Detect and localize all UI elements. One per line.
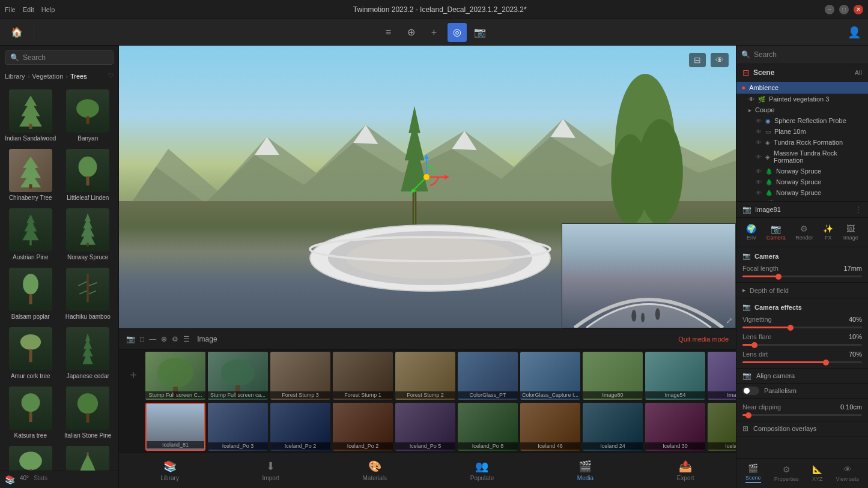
media-thumb[interactable]: Iceland 24 (583, 403, 643, 451)
nav-materials[interactable]: 🎨 Materials (356, 457, 395, 484)
media-thumb[interactable]: Iceland_Po 8 (458, 403, 518, 451)
right-nav-scene[interactable]: 🎬 Scene (745, 463, 761, 483)
media-icon-2[interactable]: □ (140, 335, 144, 343)
breadcrumb-library[interactable]: Library (5, 73, 25, 80)
list-item[interactable]: Chinaberry Tree (2, 145, 59, 203)
list-item[interactable]: Banyan (60, 86, 117, 144)
media-thumb[interactable]: Stump Full screen C... (145, 352, 205, 400)
media-thumb[interactable]: Iceland_Po 2 (270, 403, 330, 451)
lens-flare-thumb[interactable] (751, 342, 757, 348)
list-item[interactable]: Amur cork tree (2, 324, 59, 382)
media-thumb-selected[interactable]: Iceland_81 (145, 403, 205, 451)
media-thumb[interactable]: Image80 (583, 352, 643, 400)
media-thumb[interactable]: Iceland_Po 3 (208, 403, 268, 451)
list-item[interactable]: Italian Stone Pine (60, 383, 117, 441)
tab-image[interactable]: 🖼 Image (840, 221, 862, 243)
media-thumb[interactable]: Image54 (645, 352, 705, 400)
eye-icon[interactable]: 👁 (711, 53, 729, 67)
scene-item-norway-spruce-2[interactable]: 👁 🌲 Norway Spruce (736, 176, 868, 187)
scene-item-norway-spruce-1[interactable]: 👁 🌲 Norway Spruce (736, 166, 868, 176)
tab-camera[interactable]: 📷 Camera (763, 221, 789, 243)
menu-edit[interactable]: Edit (23, 6, 34, 13)
nav-populate[interactable]: 👥 Populate (463, 457, 501, 484)
stats-icon[interactable]: 40° (20, 475, 29, 484)
media-thumb[interactable]: Forest Stump 2 (395, 352, 455, 400)
favorite-button[interactable]: ♡ (108, 72, 114, 80)
media-icon-4[interactable]: ⊕ (161, 335, 167, 343)
list-item[interactable]: Indian Sandalwood (2, 86, 59, 144)
list-item[interactable]: Katsura tree (2, 383, 59, 441)
media-icon-1[interactable]: 📷 (126, 335, 135, 343)
quit-media-button[interactable]: Quit media mode (678, 336, 729, 343)
viewport[interactable]: ⊟ 👁 ⤢ (119, 46, 736, 328)
media-thumb[interactable]: Iceland_Po 2 (333, 403, 393, 451)
link-icon[interactable]: ⊕ (402, 23, 421, 42)
breadcrumb-vegetation[interactable]: Vegetation (32, 73, 63, 80)
scene-item-coupe[interactable]: ▸ Coupe (736, 104, 868, 115)
tab-render[interactable]: ⚙ Render (792, 221, 817, 243)
media-thumb[interactable]: Stump Full screen ca... (208, 352, 268, 400)
camera-icon[interactable]: ◎ (448, 23, 467, 42)
right-search-box[interactable]: 🔍 Search (741, 50, 863, 59)
right-nav-properties[interactable]: ⚙ Properties (774, 465, 799, 482)
parallelism-toggle[interactable] (742, 387, 759, 395)
scene-item-norway-spruce-3[interactable]: 👁 🌲 Norway Spruce (736, 187, 868, 198)
menu-icon[interactable]: ≡ (379, 23, 398, 42)
scene-item-painted-veg[interactable]: 👁 🌿 Painted vegetation 3 (736, 94, 868, 104)
lens-flare-slider[interactable] (742, 344, 862, 346)
user-icon[interactable]: 👤 (848, 26, 861, 39)
focal-length-thumb[interactable] (775, 274, 782, 280)
nav-media[interactable]: 🎬 Media (570, 457, 601, 484)
media-thumb[interactable]: ColorGlass_PT (458, 352, 518, 400)
menu-help[interactable]: Help (41, 6, 55, 13)
depth-of-field-section[interactable]: ▸ Depth of field (736, 283, 868, 298)
add-icon[interactable]: + (425, 23, 444, 42)
scene-all-button[interactable]: All (855, 69, 862, 76)
media-icon-3[interactable]: — (149, 335, 156, 343)
right-nav-xyz[interactable]: 📐 XYZ (812, 465, 823, 482)
media-thumb[interactable]: Iceland 46 (520, 403, 580, 451)
list-item[interactable]: Japanese cedar (60, 324, 117, 382)
list-item[interactable]: Hachiku bamboo (60, 264, 117, 322)
media-thumb[interactable]: Forest Stump 1 (333, 352, 393, 400)
near-clipping-slider[interactable] (742, 414, 862, 416)
media-icon-6[interactable]: ☰ (183, 335, 190, 343)
near-clipping-thumb[interactable] (745, 412, 751, 418)
list-item[interactable]: Balsam poplar (2, 264, 59, 322)
scene-item-tundra-rock[interactable]: 👁 ◈ Tundra Rock Formation (736, 137, 868, 148)
library-icon[interactable]: 📚 (5, 475, 15, 484)
panel-expand-icon[interactable]: ⋮ (855, 205, 862, 214)
home-icon[interactable]: 🏠 (7, 23, 26, 42)
maximize-button[interactable]: □ (839, 5, 849, 14)
lens-dirt-slider[interactable] (742, 361, 862, 363)
media-icon-5[interactable]: ⚙ (172, 335, 178, 343)
close-button[interactable]: ✕ (854, 5, 863, 14)
display-icon[interactable]: 📷 (470, 23, 490, 42)
minimize-button[interactable]: − (825, 5, 834, 14)
media-thumb[interactable]: Image74 (708, 352, 736, 400)
camera-section-title[interactable]: 📷 Camera (742, 252, 862, 260)
list-item[interactable]: Weeping Willow (60, 442, 117, 471)
stats-label[interactable]: Stats (34, 475, 47, 484)
list-item[interactable]: European Mountain Ash (2, 442, 59, 471)
media-thumb[interactable]: Iceland 55 (708, 403, 736, 451)
split-view-button[interactable]: ⊟ (689, 53, 706, 67)
nav-import[interactable]: ⬇ Import (255, 457, 287, 484)
scene-item-sphere-probe[interactable]: 👁 ◉ Sphere Reflection Probe (736, 115, 868, 126)
list-item[interactable]: Littleleaf Linden (60, 145, 117, 203)
media-thumb[interactable]: Iceland 30 (645, 403, 705, 451)
nav-library[interactable]: 📚 Library (153, 457, 186, 484)
nav-export[interactable]: 📤 Export (670, 457, 702, 484)
lens-dirt-thumb[interactable] (823, 360, 829, 366)
add-media-button[interactable]: + (124, 352, 143, 400)
scene-item-massive-tundra[interactable]: 👁 ◈ Massive Tundra Rock Formation (736, 148, 868, 166)
library-search-box[interactable]: 🔍 Search (5, 50, 114, 65)
right-nav-viewsets[interactable]: 👁 View sets (836, 465, 859, 482)
media-thumb[interactable]: ColorGlass_Capture I... (520, 352, 580, 400)
media-thumb[interactable]: Forest Stump 3 (270, 352, 330, 400)
list-item[interactable]: Austrian Pine (2, 205, 59, 263)
tab-fx[interactable]: ✨ FX (819, 221, 837, 243)
scene-item-plane[interactable]: 👁 ▭ Plane 10m (736, 126, 868, 137)
scene-item-ambience[interactable]: ● Ambience (736, 82, 868, 94)
menu-file[interactable]: File (5, 6, 16, 13)
